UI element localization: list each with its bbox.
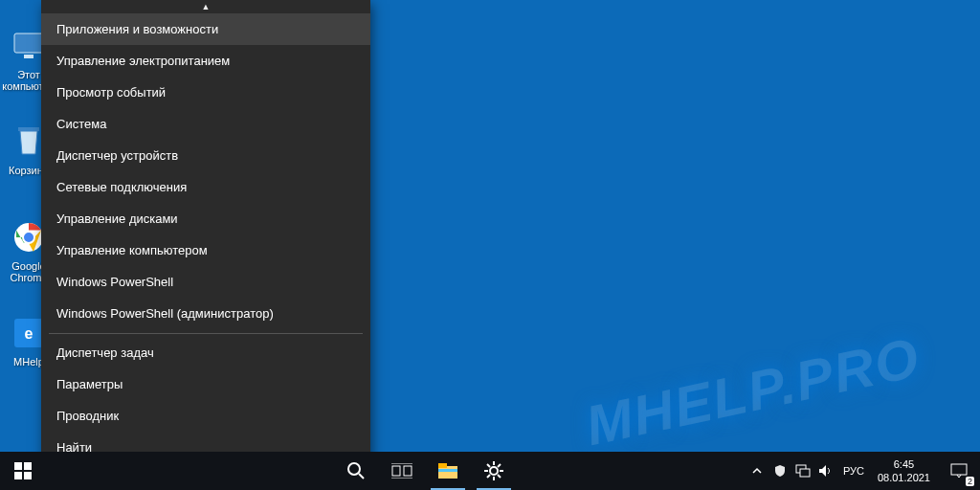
gear-icon xyxy=(484,461,503,480)
svg-line-25 xyxy=(487,464,490,467)
winx-item-powershell-admin[interactable]: Windows PowerShell (администратор) xyxy=(41,298,370,329)
winx-item-settings[interactable]: Параметры xyxy=(41,368,370,400)
svg-line-12 xyxy=(359,474,364,479)
windows-logo-icon xyxy=(14,462,32,479)
tray-network-button[interactable] xyxy=(791,452,814,490)
svg-line-26 xyxy=(498,475,501,478)
watermark-text: MHELP.PRO xyxy=(580,324,925,457)
svg-rect-8 xyxy=(24,462,32,470)
svg-rect-19 xyxy=(438,469,457,472)
winx-item-computer-management[interactable]: Управление компьютером xyxy=(41,234,370,266)
tray-volume-button[interactable] xyxy=(814,452,837,490)
svg-rect-1 xyxy=(24,55,33,58)
taskbar-app-settings[interactable] xyxy=(471,452,517,490)
clock-time: 6:45 xyxy=(878,457,930,471)
winx-item-network-connections[interactable]: Сетевые подключения xyxy=(41,171,370,203)
system-tray: РУС 6:45 08.01.2021 2 xyxy=(746,452,980,490)
tray-language-button[interactable]: РУС xyxy=(837,452,870,490)
chevron-up-icon xyxy=(752,466,762,476)
taskbar-taskview-button[interactable] xyxy=(379,452,425,490)
start-button[interactable] xyxy=(0,452,46,490)
notification-badge: 2 xyxy=(966,477,974,486)
winx-item-power-options[interactable]: Управление электропитанием xyxy=(41,45,370,77)
tray-app-icon[interactable] xyxy=(768,452,791,490)
search-icon xyxy=(346,461,366,480)
winx-item-apps-and-features[interactable]: Приложения и возможности xyxy=(41,13,370,45)
winx-item-event-viewer[interactable]: Просмотр событий xyxy=(41,77,370,108)
taskview-icon xyxy=(391,463,412,479)
svg-line-28 xyxy=(498,464,501,467)
svg-text:e: e xyxy=(25,325,33,342)
svg-rect-9 xyxy=(14,472,22,479)
folder-icon xyxy=(438,463,457,479)
desktop: Этот компьютер Корзина Google Chrome e M… xyxy=(0,0,980,490)
tray-clock[interactable]: 6:45 08.01.2021 xyxy=(870,457,938,484)
shield-icon xyxy=(773,464,787,478)
svg-rect-0 xyxy=(14,33,43,53)
action-center-button[interactable]: 2 xyxy=(938,452,980,490)
winx-item-system[interactable]: Система xyxy=(41,108,370,140)
winx-item-disk-management[interactable]: Управление дисками xyxy=(41,203,370,234)
winx-menu: ▲ Приложения и возможности Управление эл… xyxy=(41,0,370,477)
svg-rect-30 xyxy=(800,469,810,477)
scroll-up-arrow-icon[interactable]: ▲ xyxy=(41,0,370,13)
speaker-icon xyxy=(818,464,834,478)
notification-icon xyxy=(950,463,968,479)
svg-point-4 xyxy=(23,232,34,243)
svg-rect-18 xyxy=(438,463,447,468)
svg-point-20 xyxy=(490,467,498,475)
taskbar-app-explorer[interactable] xyxy=(425,452,471,490)
network-icon xyxy=(795,464,811,478)
taskbar: РУС 6:45 08.01.2021 2 xyxy=(0,452,980,490)
winx-item-task-manager[interactable]: Диспетчер задач xyxy=(41,337,370,368)
svg-rect-14 xyxy=(404,466,412,476)
svg-rect-31 xyxy=(951,464,967,475)
svg-rect-10 xyxy=(24,472,32,479)
winx-item-file-explorer[interactable]: Проводник xyxy=(41,400,370,432)
winx-item-device-manager[interactable]: Диспетчер устройств xyxy=(41,140,370,171)
clock-date: 08.01.2021 xyxy=(878,471,930,484)
taskbar-search-button[interactable] xyxy=(333,452,379,490)
svg-rect-13 xyxy=(392,466,400,476)
svg-point-11 xyxy=(348,463,360,475)
tray-overflow-button[interactable] xyxy=(746,452,768,490)
svg-rect-2 xyxy=(18,127,39,131)
menu-separator xyxy=(49,333,363,334)
svg-rect-7 xyxy=(14,462,22,470)
svg-line-27 xyxy=(487,475,490,478)
winx-item-powershell[interactable]: Windows PowerShell xyxy=(41,266,370,298)
